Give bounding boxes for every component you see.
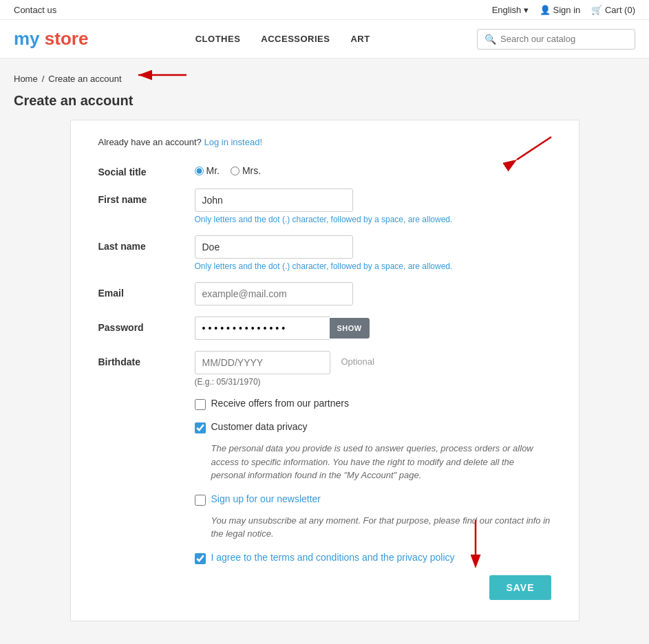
- last-name-input[interactable]: [195, 235, 353, 259]
- birthdate-row: Birthdate (E.g.: 05/31/1970) Optional: [98, 351, 551, 387]
- privacy-text: The personal data you provide is used to…: [211, 442, 551, 482]
- first-name-control: Only letters and the dot (.) character, …: [195, 189, 551, 224]
- receive-offers-label[interactable]: Receive offers from our partners: [211, 398, 350, 409]
- breadcrumb-separator: /: [42, 74, 45, 84]
- nav-clothes[interactable]: CLOTHES: [195, 34, 241, 44]
- nav-accessories[interactable]: ACCESSORIES: [261, 34, 330, 44]
- last-name-label: Last name: [98, 235, 195, 252]
- newsletter-text: You may unsubscribe at any moment. For t…: [211, 514, 551, 541]
- form-card: Already have an account? Log in instead!…: [70, 120, 579, 621]
- terms-checkbox[interactable]: [195, 553, 206, 564]
- receive-offers-checkbox[interactable]: [195, 399, 206, 410]
- cart-link[interactable]: 🛒 Cart (0): [591, 5, 635, 15]
- first-name-label: First name: [98, 189, 195, 205]
- email-control: [195, 282, 551, 305]
- search-box[interactable]: 🔍: [477, 29, 635, 50]
- mrs-radio-label[interactable]: Mrs.: [231, 165, 261, 176]
- top-bar-right: English ▾ 👤 Sign in 🛒 Cart (0): [492, 5, 635, 15]
- mrs-label: Mrs.: [242, 165, 261, 176]
- mr-label: Mr.: [206, 165, 220, 176]
- birthdate-example: (E.g.: 05/31/1970): [195, 377, 330, 387]
- checkboxes-section: Receive offers from our partners Custome…: [195, 398, 551, 564]
- language-selector[interactable]: English ▾: [492, 5, 529, 15]
- optional-label: Optional: [341, 351, 374, 367]
- first-name-row: First name Only letters and the dot (.) …: [98, 189, 551, 224]
- newsletter-link[interactable]: Sign up for our newsletter: [211, 493, 321, 504]
- breadcrumb-current: Create an account: [48, 74, 121, 84]
- cart-icon: 🛒: [591, 5, 602, 15]
- save-arrow-annotation: [455, 520, 496, 568]
- email-label: Email: [98, 282, 195, 299]
- social-title-label: Social title: [98, 161, 195, 178]
- save-button[interactable]: SAVE: [489, 575, 551, 600]
- svg-line-3: [517, 137, 551, 160]
- first-name-hint: Only letters and the dot (.) character, …: [195, 215, 551, 224]
- social-title-row: Social title Mr. Mrs.: [98, 161, 551, 178]
- breadcrumb-arrow-annotation: [131, 68, 200, 89]
- birthdate-field-group: (E.g.: 05/31/1970): [195, 351, 330, 387]
- email-row: Email: [98, 282, 551, 305]
- radio-arrow-annotation: [510, 133, 565, 168]
- newsletter-row: Sign up for our newsletter You may unsub…: [195, 493, 551, 541]
- password-row: Password SHOW: [98, 316, 551, 340]
- login-link[interactable]: Log in instead!: [204, 137, 262, 147]
- signin-link[interactable]: 👤 Sign in: [540, 5, 580, 15]
- email-input[interactable]: [195, 282, 353, 305]
- main-content: Already have an account? Log in instead!…: [0, 120, 649, 642]
- password-label: Password: [98, 316, 195, 333]
- mrs-radio[interactable]: [231, 167, 240, 175]
- customer-privacy-label[interactable]: Customer data privacy: [211, 421, 308, 432]
- mr-radio[interactable]: [195, 167, 204, 175]
- radio-group: Mr. Mrs.: [195, 161, 551, 176]
- logo[interactable]: my store: [14, 28, 88, 50]
- person-icon: 👤: [540, 5, 551, 15]
- breadcrumb: Home / Create an account: [14, 68, 635, 89]
- last-name-control: Only letters and the dot (.) character, …: [195, 235, 551, 271]
- breadcrumb-home[interactable]: Home: [14, 74, 38, 84]
- terms-link[interactable]: I agree to the terms and conditions and …: [211, 552, 455, 563]
- newsletter-checkbox[interactable]: [195, 495, 206, 506]
- terms-row: I agree to the terms and conditions and …: [195, 552, 551, 564]
- page-title: Create an account: [0, 92, 649, 120]
- breadcrumb-area: Home / Create an account: [0, 58, 649, 92]
- first-name-input[interactable]: [195, 189, 353, 212]
- birthdate-label: Birthdate: [98, 351, 195, 367]
- customer-privacy-checkbox[interactable]: [195, 422, 206, 433]
- mr-radio-label[interactable]: Mr.: [195, 165, 220, 176]
- receive-offers-row: Receive offers from our partners: [195, 398, 551, 410]
- search-icon: 🔍: [485, 34, 496, 45]
- top-bar-left: Contact us: [14, 4, 56, 15]
- customer-privacy-row: Customer data privacy The personal data …: [195, 421, 551, 482]
- already-account-section: Already have an account? Log in instead!: [98, 137, 551, 147]
- password-wrap: SHOW: [195, 316, 353, 340]
- newsletter-label[interactable]: Sign up for our newsletter: [211, 493, 321, 504]
- main-nav: CLOTHES ACCESSORIES ART: [195, 34, 370, 44]
- password-control: SHOW: [195, 316, 551, 340]
- save-area: SAVE: [98, 575, 551, 600]
- search-input[interactable]: [500, 34, 628, 44]
- top-bar: Contact us English ▾ 👤 Sign in 🛒 Cart (0…: [0, 0, 649, 20]
- social-title-options: Mr. Mrs.: [195, 161, 551, 176]
- last-name-hint: Only letters and the dot (.) character, …: [195, 261, 551, 271]
- terms-label[interactable]: I agree to the terms and conditions and …: [211, 552, 455, 563]
- password-input[interactable]: [195, 316, 330, 340]
- nav-art[interactable]: ART: [350, 34, 370, 44]
- logo-part2: store: [40, 28, 89, 49]
- logo-part1: my: [14, 28, 40, 49]
- header: my store CLOTHES ACCESSORIES ART 🔍: [0, 20, 649, 58]
- show-password-button[interactable]: SHOW: [330, 318, 370, 339]
- birthdate-wrap: (E.g.: 05/31/1970) Optional: [195, 351, 374, 387]
- birthdate-input[interactable]: [195, 351, 330, 374]
- last-name-row: Last name Only letters and the dot (.) c…: [98, 235, 551, 271]
- contact-link[interactable]: Contact us: [14, 5, 56, 15]
